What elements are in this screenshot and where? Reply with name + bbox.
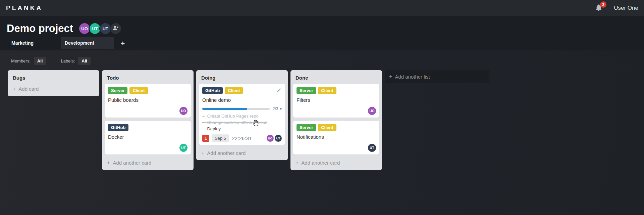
chevron-down-icon[interactable]: ▾ bbox=[280, 107, 282, 111]
lists-row: Bugs +Add card Todo Server Client Public… bbox=[0, 65, 644, 170]
card-online-demo[interactable]: GitHub Client Online demo 2/3 ▾ Create G… bbox=[199, 84, 285, 145]
card-title: Notifications bbox=[297, 134, 376, 140]
card-label: Client bbox=[318, 87, 336, 94]
add-card-button[interactable]: +Add another card bbox=[290, 158, 382, 169]
plus-icon: + bbox=[296, 160, 299, 166]
edit-card-icon[interactable] bbox=[276, 88, 281, 94]
add-card-button[interactable]: +Add another card bbox=[196, 148, 288, 159]
card-member-avatar[interactable]: UT bbox=[179, 144, 187, 152]
topbar: PLANKA 2 User One bbox=[0, 0, 644, 16]
bell-icon bbox=[595, 7, 602, 12]
list-name[interactable]: Doing bbox=[196, 73, 288, 84]
card-notifications[interactable]: Server Client Notifications UT bbox=[293, 121, 379, 155]
notifications-button[interactable]: 2 bbox=[595, 4, 603, 12]
card-docker[interactable]: GitHub Docker UT bbox=[105, 121, 191, 155]
card-filters[interactable]: Server Client Filters UO bbox=[293, 84, 379, 118]
project-header: Demo project UO UT UT Marketing Developm… bbox=[0, 16, 644, 50]
card-label: Server bbox=[297, 124, 316, 131]
add-card-button[interactable]: +Add card bbox=[8, 84, 99, 95]
task-list: Create GitHub Pages repo Change code for… bbox=[202, 114, 282, 131]
timer-value[interactable]: 22:26:31 bbox=[232, 136, 252, 141]
list-doing: Doing GitHub Client Online demo 2/3 ▾ bbox=[196, 70, 288, 160]
card-public-boards[interactable]: Server Client Public boards UO bbox=[105, 84, 191, 118]
task-item[interactable]: Create GitHub Pages repo bbox=[202, 114, 282, 119]
tab-marketing[interactable]: Marketing bbox=[7, 37, 61, 49]
plus-icon: + bbox=[201, 150, 204, 156]
card-label: GitHub bbox=[108, 124, 128, 131]
list-todo: Todo Server Client Public boards UO GitH… bbox=[102, 70, 194, 170]
due-date-badge[interactable]: Sep 5 bbox=[212, 134, 229, 142]
add-user-icon bbox=[113, 25, 119, 32]
task-item[interactable]: Change code for offline version bbox=[202, 120, 282, 125]
labels-filter-value[interactable]: All bbox=[78, 57, 91, 65]
card-notifications-badge: 1 bbox=[202, 135, 209, 142]
card-label: Server bbox=[108, 87, 127, 94]
plus-icon: + bbox=[389, 74, 392, 80]
tasks-progress: 2/3 ▾ bbox=[202, 106, 282, 111]
progress-track bbox=[202, 108, 270, 110]
add-member-button[interactable] bbox=[110, 23, 122, 35]
card-label: Client bbox=[129, 87, 148, 94]
card-title: Filters bbox=[297, 97, 376, 103]
topbar-right: 2 User One bbox=[595, 4, 638, 12]
card-member-avatar[interactable]: UT bbox=[368, 144, 376, 152]
filter-bar: Members: All Labels: All bbox=[0, 50, 644, 65]
project-members: UO UT UT bbox=[78, 23, 122, 35]
progress-count: 2/3 bbox=[273, 106, 278, 111]
plus-icon: + bbox=[107, 160, 110, 166]
user-menu[interactable]: User One bbox=[614, 5, 638, 11]
list-done: Done Server Client Filters UO Server Cli… bbox=[290, 70, 382, 170]
add-card-button[interactable]: +Add another card bbox=[102, 158, 194, 169]
members-filter-value[interactable]: All bbox=[34, 57, 46, 65]
card-member-avatar[interactable]: UO bbox=[267, 135, 274, 142]
card-label: GitHub bbox=[202, 87, 223, 94]
add-list-button[interactable]: + Add another list bbox=[385, 70, 489, 83]
task-item[interactable]: Deploy bbox=[202, 126, 282, 131]
tab-development[interactable]: Development bbox=[61, 37, 114, 49]
app-logo[interactable]: PLANKA bbox=[6, 4, 43, 12]
progress-fill bbox=[202, 108, 247, 110]
card-title: Docker bbox=[108, 134, 187, 140]
list-name[interactable]: Bugs bbox=[8, 73, 99, 84]
card-member-avatar[interactable]: UT bbox=[275, 135, 282, 142]
list-name[interactable]: Todo bbox=[102, 73, 194, 84]
board-tabs: Marketing Development + bbox=[0, 37, 644, 49]
notifications-count-badge: 2 bbox=[600, 1, 606, 8]
plus-icon: + bbox=[13, 86, 16, 92]
board: Members: All Labels: All Bugs +Add card … bbox=[0, 50, 644, 215]
list-bugs: Bugs +Add card bbox=[8, 70, 99, 96]
labels-filter-label: Labels: bbox=[61, 58, 75, 63]
card-label: Server bbox=[297, 87, 316, 94]
list-name[interactable]: Done bbox=[290, 73, 382, 84]
card-label: Client bbox=[225, 87, 243, 94]
card-member-avatar[interactable]: UO bbox=[368, 107, 376, 115]
card-title: Public boards bbox=[108, 97, 187, 103]
project-title[interactable]: Demo project bbox=[7, 23, 73, 35]
add-board-button[interactable]: + bbox=[119, 38, 127, 49]
card-member-avatar[interactable]: UO bbox=[179, 107, 187, 115]
card-label: Client bbox=[318, 124, 336, 131]
card-title: Online demo bbox=[202, 97, 282, 103]
members-filter-label: Members: bbox=[11, 58, 31, 63]
